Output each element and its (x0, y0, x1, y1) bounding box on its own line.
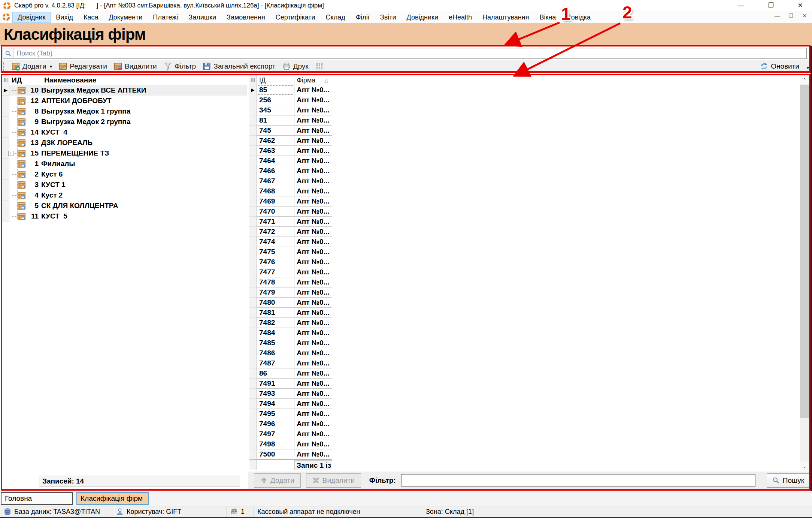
firm-id-cell[interactable]: 7497 (257, 429, 294, 439)
firm-name-cell[interactable]: Апт №0... (294, 409, 332, 419)
firm-id-cell[interactable]: 7474 (257, 237, 294, 247)
table-row[interactable]: ▶ 7480 Апт №0... (249, 298, 332, 308)
menu-item[interactable]: Довідка (561, 12, 596, 22)
mdi-close-button[interactable]: ✕ (801, 13, 808, 19)
tree-row-main[interactable]: 12 АПТЕКИ ДОБРОБУТ (9, 96, 247, 106)
firm-id-cell[interactable]: 7466 (257, 166, 294, 176)
tree-row[interactable]: ▶ + 13 ДЗК ЛОРЕАЛЬ (2, 138, 247, 148)
columns-button[interactable] (312, 61, 327, 72)
firm-name-cell[interactable]: Апт №0... (294, 217, 332, 227)
firm-id-cell[interactable]: 7470 (257, 207, 294, 217)
firm-name-cell[interactable]: Апт №0... (294, 207, 332, 217)
tree-row-main[interactable]: 13 ДЗК ЛОРЕАЛЬ (9, 138, 247, 148)
table-row[interactable]: ▶ 7482 Апт №0... (249, 318, 332, 328)
firm-id-cell[interactable]: 7498 (257, 439, 294, 449)
firm-name-cell[interactable]: Апт №0... (294, 176, 332, 186)
firm-name-cell[interactable]: Апт №0... (294, 105, 332, 115)
tree-row-main[interactable]: 3 КУСТ 1 (9, 180, 247, 190)
firm-name-cell[interactable]: Апт №0... (294, 379, 332, 389)
firm-id-cell[interactable]: 7475 (257, 247, 294, 257)
firm-name-cell[interactable]: Апт №0... (294, 439, 332, 449)
firm-search-button[interactable]: Пошук (767, 473, 810, 488)
firms-column-chooser-icon[interactable] (249, 75, 257, 85)
firm-name-cell[interactable]: Апт №0... (294, 115, 332, 126)
table-row[interactable]: ▶ 256 Апт №0... (249, 95, 332, 105)
tree-row[interactable]: ▶ + 9 Выгрузка Медок 2 группа (2, 117, 247, 127)
firm-id-cell[interactable]: 256 (257, 95, 294, 105)
table-row[interactable]: ▶ 7481 Апт №0... (249, 308, 332, 318)
firm-id-cell[interactable]: 7468 (257, 186, 294, 196)
tree-row[interactable]: ▶ + 11 КУСТ_5 (2, 211, 247, 222)
tree-row-main[interactable]: 11 КУСТ_5 (9, 211, 247, 222)
table-row[interactable]: ▶ 7470 Апт №0... (249, 207, 332, 217)
table-row[interactable]: ▶ 7500 Апт №0... (249, 449, 332, 460)
table-row[interactable]: ▶ 7469 Апт №0... (249, 196, 332, 207)
menu-item[interactable]: Вікна (534, 12, 561, 22)
firm-name-cell[interactable]: Апт №0... (294, 146, 332, 156)
table-row[interactable]: ▶ 85 Апт №0... (249, 85, 332, 95)
scrollbar-thumb[interactable] (800, 85, 809, 418)
firm-id-cell[interactable]: 7467 (257, 176, 294, 186)
firm-id-cell[interactable]: 7462 (257, 136, 294, 146)
filter-input[interactable] (401, 474, 755, 487)
tree-row-main[interactable]: 10 Выгрузка Медок ВСЕ АПТЕКИ (9, 85, 247, 96)
vertical-scrollbar[interactable]: ⌃ ⌄ (800, 75, 809, 470)
firm-name-cell[interactable]: Апт №0... (294, 85, 332, 95)
firm-name-cell[interactable]: Апт №0... (294, 136, 332, 146)
firm-id-cell[interactable]: 7479 (257, 287, 294, 298)
tree-row-main[interactable]: 1 Филиалы (9, 159, 247, 169)
tree-row[interactable]: ▶ + 3 КУСТ 1 (2, 180, 247, 190)
firm-id-cell[interactable]: 745 (257, 126, 294, 136)
table-row[interactable]: ▶ 7472 Апт №0... (249, 227, 332, 237)
refresh-button[interactable]: Оновити (760, 60, 799, 73)
add-button[interactable]: Додати ▾ (8, 61, 55, 72)
firm-id-cell[interactable]: 7493 (257, 389, 294, 399)
tree-row-main[interactable]: 14 КУСТ_4 (9, 127, 247, 138)
export-button[interactable]: Загальний експорт (199, 61, 279, 72)
tree-row-main[interactable]: 9 Выгрузка Медок 2 группа (9, 117, 247, 127)
table-row[interactable]: ▶ 7477 Апт №0... (249, 267, 332, 277)
table-row[interactable]: ▶ 7475 Апт №0... (249, 247, 332, 257)
table-row[interactable]: ▶ 7462 Апт №0... (249, 136, 332, 146)
firm-name-cell[interactable]: Апт №0... (294, 328, 332, 338)
firm-name-cell[interactable]: Апт №0... (294, 399, 332, 409)
tree-row-main[interactable]: 15 ПЕРЕМЕЩЕНИЕ ТЗ (9, 148, 247, 159)
table-row[interactable]: ▶ 7471 Апт №0... (249, 217, 332, 227)
table-row[interactable]: ▶ 7468 Апт №0... (249, 186, 332, 196)
edit-button[interactable]: Редагувати (55, 61, 110, 72)
table-row[interactable]: ▶ 7495 Апт №0... (249, 409, 332, 419)
firm-name-cell[interactable]: Апт №0... (294, 257, 332, 267)
filter-button[interactable]: Фільтр (160, 61, 199, 72)
table-row[interactable]: ▶ 7498 Апт №0... (249, 439, 332, 449)
document-tab[interactable]: Головна (1, 492, 73, 505)
firm-id-cell[interactable]: 345 (257, 105, 294, 115)
firm-id-cell[interactable]: 85 (257, 85, 294, 95)
firm-name-cell[interactable]: Апт №0... (294, 95, 332, 105)
firm-id-cell[interactable]: 86 (257, 368, 294, 379)
firm-name-cell[interactable]: Апт №0... (294, 348, 332, 358)
firm-name-cell[interactable]: Апт №0... (294, 267, 332, 277)
firm-name-cell[interactable]: Апт №0... (294, 277, 332, 287)
firm-id-cell[interactable]: 7471 (257, 217, 294, 227)
tree-row[interactable]: ▶ + 12 АПТЕКИ ДОБРОБУТ (2, 96, 247, 106)
firm-name-cell[interactable]: Апт №0... (294, 237, 332, 247)
table-row[interactable]: ▶ 7479 Апт №0... (249, 287, 332, 298)
firm-id-cell[interactable]: 7495 (257, 409, 294, 419)
table-row[interactable]: ▶ 345 Апт №0... (249, 105, 332, 115)
table-row[interactable]: ▶ 7478 Апт №0... (249, 277, 332, 287)
firm-name-cell[interactable]: Апт №0... (294, 126, 332, 136)
tree-row[interactable]: ▶ + 10 Выгрузка Медок ВСЕ АПТЕКИ (2, 85, 247, 96)
firm-name-cell[interactable]: Апт №0... (294, 429, 332, 439)
tree-row[interactable]: ▶ + 4 Куст 2 (2, 190, 247, 201)
close-button[interactable]: ✕ (796, 0, 805, 11)
table-row[interactable]: ▶ 81 Апт №0... (249, 115, 332, 126)
firm-id-cell[interactable]: 7476 (257, 257, 294, 267)
minimize-button[interactable]: — (736, 0, 746, 11)
tree-column-id[interactable]: ИД (9, 76, 39, 84)
firm-id-cell[interactable]: 7463 (257, 146, 294, 156)
tree-column-name[interactable]: Наименование (39, 76, 96, 84)
table-row[interactable]: ▶ 7486 Апт №0... (249, 348, 332, 358)
firms-column-id[interactable]: ІД (257, 75, 294, 85)
table-row[interactable]: ▶ 7491 Апт №0... (249, 379, 332, 389)
delete-button[interactable]: Видалити (110, 61, 160, 72)
